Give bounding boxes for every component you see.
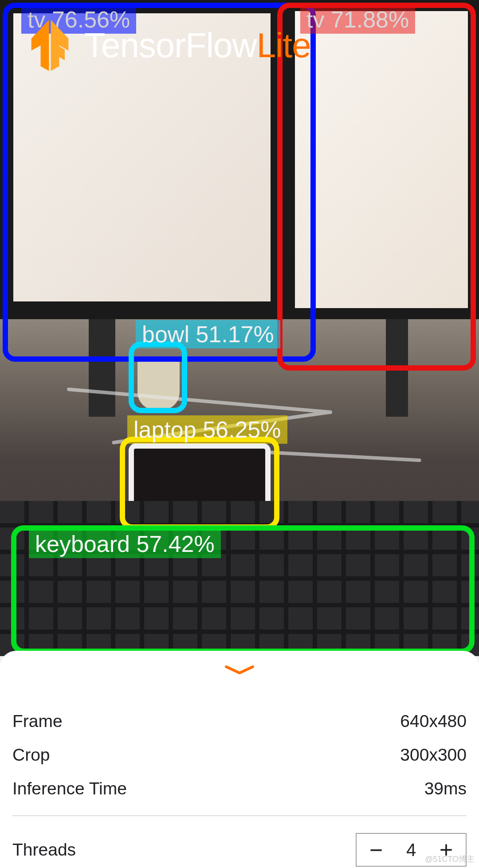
- threads-value: 4: [396, 840, 427, 860]
- inference-label: Inference Time: [12, 779, 127, 798]
- detection-label-tv1: tv 76.56%: [21, 5, 136, 34]
- detection-box-laptop: laptop 56.25%: [120, 437, 279, 530]
- detection-label-tv2: tv 71.88%: [300, 5, 415, 34]
- threads-row: Threads − 4 +: [12, 829, 467, 868]
- stat-row-inference: Inference Time 39ms: [12, 772, 467, 805]
- detection-label-keyboard: keyboard 57.42%: [29, 530, 221, 558]
- crop-value: 300x300: [400, 745, 467, 765]
- stats-bottom-sheet[interactable]: Frame 640x480 Crop 300x300 Inference Tim…: [0, 651, 479, 868]
- frame-value: 640x480: [400, 712, 467, 731]
- sheet-drag-handle[interactable]: [12, 661, 467, 704]
- detection-box-bowl: bowl 51.17%: [129, 341, 187, 413]
- divider: [12, 815, 467, 816]
- stat-row-crop: Crop 300x300: [12, 738, 467, 772]
- frame-label: Frame: [12, 712, 63, 731]
- watermark: @51CTO博主: [425, 854, 475, 864]
- detection-label-laptop: laptop 56.25%: [127, 415, 287, 444]
- crop-label: Crop: [12, 745, 50, 765]
- detection-label-bowl: bowl 51.17%: [136, 320, 280, 348]
- threads-label: Threads: [12, 840, 76, 860]
- chevron-down-icon: [224, 665, 255, 676]
- stat-row-frame: Frame 640x480: [12, 704, 467, 738]
- threads-minus-button[interactable]: −: [357, 834, 396, 866]
- detection-box-keyboard: keyboard 57.42%: [11, 525, 475, 654]
- detection-box-tv1: tv 76.56%: [3, 3, 316, 362]
- detection-box-tv2: tv 71.88%: [277, 3, 476, 371]
- camera-preview[interactable]: TensorFlow Lite tv 76.56% tv 71.88% bowl…: [0, 0, 479, 656]
- inference-value: 39ms: [424, 779, 467, 798]
